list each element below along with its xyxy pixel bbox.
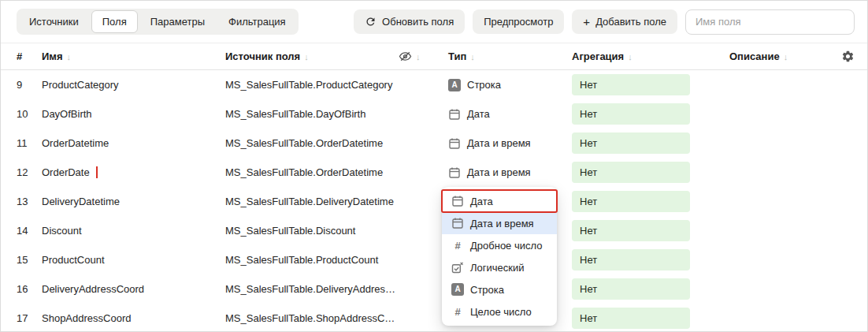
type-option-label: Строка [470,284,504,296]
field-source-cell[interactable]: MS_SalesFullTable.DeliveryAddressCoord [225,274,399,304]
type-option-string[interactable]: A Строка [442,278,557,300]
field-type-label: Дата и время [467,166,531,178]
field-name: OrderDatetime [42,137,109,149]
aggregation-select[interactable]: Нет [572,220,690,241]
header-settings[interactable] [826,50,855,63]
header-aggregation[interactable]: Агрегация↓ [572,50,729,62]
field-name-cell[interactable]: DeliveryDatetime [42,196,225,207]
field-source-cell[interactable]: MS_SalesFullTable.ProductCount [225,245,399,274]
field-name-cell[interactable]: ShopAddressCoord [42,312,225,324]
string-type-icon: A [448,79,461,91]
sort-arrow-icon: ↓ [628,52,632,62]
table-row: 13 DeliveryDatetime MS_SalesFullTable.De… [1,187,867,216]
field-source-cell[interactable]: MS_SalesFullTable.DeliveryDatetime [225,187,399,216]
row-index: 10 [17,108,42,120]
toolbar: Источники Поля Параметры Фильтрация Обно… [1,1,867,43]
header-index: # [17,50,42,62]
aggregation-select[interactable]: Нет [572,308,690,329]
row-index: 15 [17,254,42,266]
table-body: 9 ProductCategory MS_SalesFullTable.Prod… [1,70,867,332]
table-row: 12 OrderDate MS_SalesFullTable.OrderDate… [1,158,867,187]
field-name-cell[interactable]: OrderDatetime [42,137,225,149]
refresh-fields-button[interactable]: Обновить поля [354,9,465,34]
table-header: # Имя↓ Источник поля↓ ↓ Тип↓ Агрегация↓ … [1,43,867,70]
field-source-cell[interactable]: MS_SalesFullTable.OrderDatetime [225,158,399,187]
field-name-cell[interactable]: ProductCount [42,254,225,266]
field-source-cell[interactable]: MS_SalesFullTable.ProductCategory [225,70,399,99]
header-source[interactable]: Источник поля↓ [225,50,399,62]
tab-parameters[interactable]: Параметры [139,10,216,33]
table-row: 14 Discount MS_SalesFullTable.Discount Н… [1,216,867,245]
field-name-annotated: OrderDate [42,166,96,178]
plus-icon: + [583,16,590,28]
field-source-cell[interactable]: MS_SalesFullTable.Discount [225,216,399,245]
table-row: 11 OrderDatetime MS_SalesFullTable.Order… [1,129,867,158]
header-visibility[interactable]: ↓ [399,50,442,63]
row-index: 16 [17,283,42,295]
field-name-search-input[interactable] [685,9,855,35]
add-field-label: Добавить поле [595,16,666,28]
field-name-cell[interactable]: DeliveryAddressCoord [42,283,225,295]
type-option-boolean[interactable]: Логический [442,256,557,278]
field-name: ProductCount [42,254,105,266]
field-name: Discount [42,225,82,237]
field-name-cell[interactable]: DayOfBirth [42,108,225,120]
field-source-cell[interactable]: MS_SalesFullTable.DayOfBirth [225,99,399,129]
type-option-label: Дробное число [470,240,542,252]
field-type-label: Строка [467,79,501,91]
refresh-icon [365,16,377,28]
header-type[interactable]: Тип↓ [442,50,572,62]
field-source-cell[interactable]: MS_SalesFullTable.ShopAddressCoord [225,304,399,332]
type-option-integer[interactable]: # Целое число [442,300,557,323]
aggregation-select[interactable]: Нет [572,162,690,183]
number-icon: # [451,239,464,252]
calendar-icon [448,166,461,179]
row-index: 13 [17,196,42,207]
field-type-label: Дата и время [467,137,531,149]
field-source-cell[interactable]: MS_SalesFullTable.OrderDatetime [225,129,399,158]
field-type-select[interactable]: Дата и время [442,166,572,179]
calendar-icon [448,108,461,121]
field-type-select[interactable]: A Строка [442,79,572,91]
field-name: ProductCategory [42,79,119,91]
aggregation-select[interactable]: Нет [572,191,690,212]
table-row: 15 ProductCount MS_SalesFullTable.Produc… [1,245,867,274]
field-name: DayOfBirth [42,108,92,120]
preview-button[interactable]: Предпросмотр [473,9,564,34]
sort-arrow-icon: ↓ [784,52,788,62]
aggregation-select[interactable]: Нет [572,249,690,270]
type-option-datetime[interactable]: Дата и время [442,212,557,234]
field-type-select[interactable]: Дата [442,108,572,121]
aggregation-select[interactable]: Нет [572,103,690,125]
row-index: 17 [17,312,42,324]
tab-fields[interactable]: Поля [91,10,138,33]
tab-filtering[interactable]: Фильтрация [217,10,297,33]
field-name: DeliveryAddressCoord [42,283,144,295]
type-option-float[interactable]: # Дробное число [442,234,557,256]
aggregation-select[interactable]: Нет [572,132,690,154]
field-name-cell[interactable]: ProductCategory [42,79,225,91]
string-icon: A [451,283,464,296]
field-name-cell[interactable]: OrderDate [42,166,225,178]
gear-icon [841,50,855,63]
refresh-fields-label: Обновить поля [382,16,454,28]
field-name-cell[interactable]: Discount [42,225,225,237]
field-type-select[interactable]: Дата и время [442,137,572,150]
type-option-label: Дата [470,196,493,207]
field-type-label: Дата [467,108,490,120]
row-index: 9 [17,79,42,91]
dataset-fields-page: Источники Поля Параметры Фильтрация Обно… [0,0,868,332]
type-option-label: Целое число [470,306,532,318]
section-tabs: Источники Поля Параметры Фильтрация [17,9,299,35]
add-field-button[interactable]: + Добавить поле [572,9,677,34]
table-row: 16 DeliveryAddressCoord MS_SalesFullTabl… [1,274,867,304]
type-option-date[interactable]: Дата [442,190,557,212]
tab-sources[interactable]: Источники [18,10,90,33]
sort-arrow-icon: ↓ [416,52,421,62]
header-name[interactable]: Имя↓ [42,50,225,62]
aggregation-select[interactable]: Нет [572,278,690,300]
header-description[interactable]: Описание↓ [729,50,826,62]
aggregation-select[interactable]: Нет [572,74,690,95]
field-type-dropdown: Дата Дата и время # Дробное число Логиче… [442,187,557,326]
type-option-label: Дата и время [470,218,534,229]
